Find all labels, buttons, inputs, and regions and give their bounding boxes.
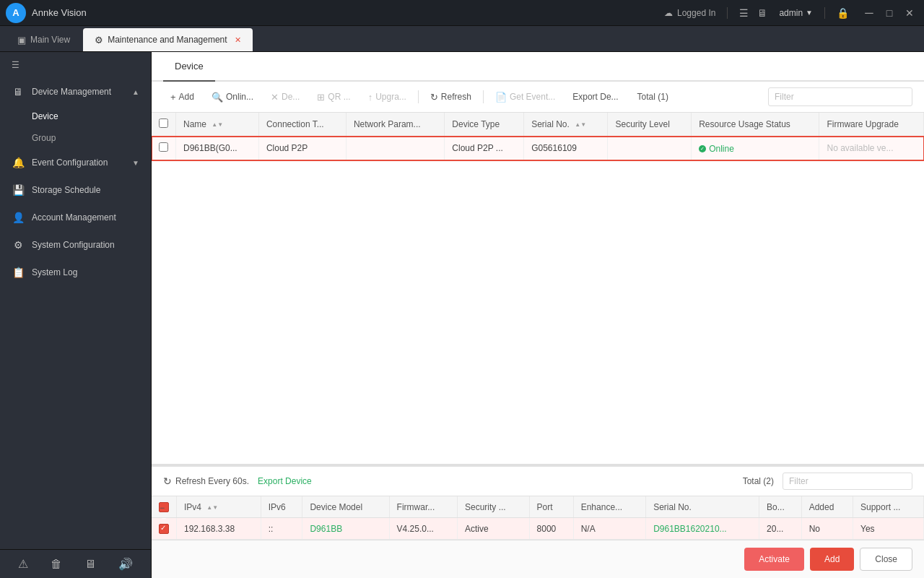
header-name: Name ▲▼ xyxy=(176,113,259,137)
row-checkbox-cell xyxy=(152,137,176,160)
window-controls: ─ □ ✕ xyxy=(860,4,918,22)
tab-close-button[interactable]: ✕ xyxy=(235,35,241,45)
online-button[interactable]: 🔍 Onlin... xyxy=(204,88,261,106)
bottom-section: ↻ Refresh Every 60s. Export Device Total… xyxy=(152,464,924,578)
total-count: Total (1) xyxy=(632,88,674,105)
header-resource-status: Resource Usage Status xyxy=(692,113,819,137)
event-icon: 🔔 xyxy=(12,156,25,169)
speaker-icon[interactable]: 🔊 xyxy=(118,557,133,571)
system-log-icon: 📋 xyxy=(12,266,25,279)
minimize-button[interactable]: ─ xyxy=(860,4,878,22)
refresh-every-label: ↻ Refresh Every 60s. xyxy=(163,475,249,487)
select-all-checkbox[interactable] xyxy=(159,118,168,128)
toolbar: + Add 🔍 Onlin... ✕ De... ⊞ QR ... ↑ Upgr… xyxy=(152,82,924,113)
delete-icon[interactable]: 🗑 xyxy=(51,558,62,571)
delete-icon2: ✕ xyxy=(271,92,279,103)
header-device-type: Device Type xyxy=(445,113,524,137)
lock-icon[interactable]: 🔒 xyxy=(837,7,849,19)
cell-security: Active xyxy=(457,518,529,540)
header-firmware-upgrade: Firmware Upgrade xyxy=(819,113,924,137)
sidebar-item-group[interactable]: Group xyxy=(0,127,151,149)
sidebar-toggle[interactable]: ☰ xyxy=(0,52,151,78)
cell-added: No xyxy=(801,518,853,540)
export-button[interactable]: Export De... xyxy=(565,88,625,105)
cell-enhanced: N/A xyxy=(573,518,645,540)
bottom-header-enhanced: Enhance... xyxy=(573,496,645,517)
sidebar-item-device-management[interactable]: 🖥 Device Management ▲ xyxy=(0,78,151,105)
device-table: Name ▲▼ Connection T... Network Param...… xyxy=(152,113,924,160)
sidebar-item-device-management-label: Device Management xyxy=(32,87,125,97)
activate-button[interactable]: Activate xyxy=(744,548,804,571)
table-row[interactable]: D961BB(G0... Cloud P2P Cloud P2P ... G05… xyxy=(152,137,924,160)
device-table-container: Name ▲▼ Connection T... Network Param...… xyxy=(152,113,924,464)
filter-input-wrapper xyxy=(768,87,912,106)
filter-input[interactable] xyxy=(768,87,912,106)
expand-arrow-icon: ▲ xyxy=(132,88,139,96)
sort-icon[interactable]: ▲▼ xyxy=(212,121,223,128)
user-menu[interactable]: admin ▼ xyxy=(779,8,813,18)
dropdown-icon: ▼ xyxy=(806,9,813,17)
sidebar-item-account-label: Account Management xyxy=(32,212,139,223)
add-button[interactable]: + Add xyxy=(163,88,201,106)
export-device-link[interactable]: Export Device xyxy=(258,476,312,486)
monitor-footer-icon[interactable]: 🖥 xyxy=(84,558,96,571)
qr-button[interactable]: ⊞ QR ... xyxy=(310,88,357,106)
list-icon[interactable]: ☰ xyxy=(739,7,749,19)
sidebar-item-device[interactable]: Device xyxy=(0,105,151,127)
sidebar-item-event-config[interactable]: 🔔 Event Configuration ▼ xyxy=(0,149,151,176)
refresh-button[interactable]: ↻ Refresh xyxy=(423,88,479,106)
sort-icon-serial[interactable]: ▲▼ xyxy=(575,121,586,128)
cell-serial-no: G05616109 xyxy=(524,137,608,160)
bottom-total-count: Total (2) xyxy=(743,476,774,486)
account-icon: 👤 xyxy=(12,211,25,224)
sidebar-item-storage[interactable]: 💾 Storage Schedule xyxy=(0,176,151,204)
upgrade-button[interactable]: ↑ Upgra... xyxy=(361,88,414,106)
cell-serial: D961BB1620210... xyxy=(646,518,759,540)
sidebar-item-system-log[interactable]: 📋 System Log xyxy=(0,259,151,286)
tab-device[interactable]: Device xyxy=(163,52,215,82)
minus-checkbox[interactable]: − xyxy=(159,502,169,512)
header-security-level: Security Level xyxy=(608,113,692,137)
online-status-badge: Online xyxy=(699,144,734,154)
device-management-icon: 🖥 xyxy=(12,85,25,98)
sidebar-item-account[interactable]: 👤 Account Management xyxy=(0,204,151,231)
tab-main-view[interactable]: ▣ Main View xyxy=(6,28,82,51)
bottom-filter-input[interactable] xyxy=(783,473,912,490)
sidebar-item-storage-label: Storage Schedule xyxy=(32,185,139,195)
delete-button[interactable]: ✕ De... xyxy=(263,88,307,106)
alert-icon[interactable]: ⚠ xyxy=(18,557,28,571)
cell-bo: 20... xyxy=(759,518,802,540)
sidebar-item-system-config[interactable]: ⚙ System Configuration xyxy=(0,231,151,259)
ipv4-sort-icon[interactable]: ▲▼ xyxy=(206,504,218,511)
app-name: Annke Vision xyxy=(32,7,87,18)
close-button[interactable]: Close xyxy=(860,548,912,571)
cell-connection-type: Cloud P2P xyxy=(258,137,346,160)
row-checkbox[interactable] xyxy=(159,142,168,152)
row-checked-checkbox[interactable] xyxy=(159,524,169,534)
sidebar-footer: ⚠ 🗑 🖥 🔊 xyxy=(0,549,151,578)
bottom-header-port: Port xyxy=(529,496,573,517)
monitor-icon[interactable]: 🖥 xyxy=(757,7,767,19)
tab-main-view-label: Main View xyxy=(30,35,70,45)
cell-firmware: V4.25.0... xyxy=(389,518,457,540)
separator2 xyxy=(483,90,484,103)
header-network-params: Network Param... xyxy=(346,113,444,137)
maximize-button[interactable]: □ xyxy=(881,4,898,22)
refresh-icon: ↻ xyxy=(430,92,438,103)
titlebar: A Annke Vision ☁ Logged In ☰ 🖥 admin ▼ 🔒… xyxy=(0,0,924,26)
cloud-icon: ☁ xyxy=(664,8,673,18)
bottom-header-bo: Bo... xyxy=(759,496,802,517)
bottom-filter-wrapper xyxy=(783,473,912,490)
event-arrow-icon: ▼ xyxy=(132,159,139,167)
sidebar-item-system-config-label: System Configuration xyxy=(32,240,139,250)
get-event-button[interactable]: 📄 Get Event... xyxy=(488,88,562,106)
main-layout: ☰ 🖥 Device Management ▲ Device Group 🔔 E… xyxy=(0,52,924,578)
cell-support: Yes xyxy=(853,518,924,540)
close-button[interactable]: ✕ xyxy=(901,4,918,22)
bottom-table: − IPv4 ▲▼ IPv6 Device Model Firmwar... S… xyxy=(152,496,924,540)
content-tabs: Device xyxy=(152,52,924,82)
qr-icon: ⊞ xyxy=(317,92,325,103)
bottom-table-row[interactable]: 192.168.3.38 :: D961BB V4.25.0... Active… xyxy=(152,518,924,540)
tab-maintenance[interactable]: ⚙ Maintenance and Management ✕ xyxy=(83,28,252,51)
add-device-button[interactable]: Add xyxy=(810,548,854,571)
